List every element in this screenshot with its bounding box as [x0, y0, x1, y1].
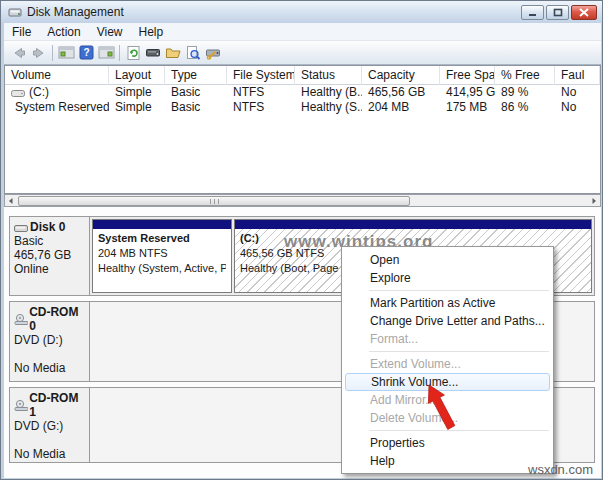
- partition-health: Healthy (System, Active, Prima: [98, 261, 226, 276]
- column-header-capacity[interactable]: Capacity: [362, 66, 440, 85]
- menu-item-change-drive-letter[interactable]: Change Drive Letter and Paths...: [342, 312, 553, 330]
- cdrom1-name: CD-ROM 1: [29, 391, 85, 419]
- column-header-fault-tolerance[interactable]: Faul: [555, 66, 600, 85]
- menu-item-extend-volume: Extend Volume...: [342, 355, 553, 373]
- fault-cell: No: [555, 85, 600, 100]
- file-system-cell: NTFS: [227, 100, 295, 115]
- minimize-button[interactable]: [521, 5, 544, 20]
- toolbar-separator: [119, 45, 120, 61]
- app-icon: [8, 5, 22, 19]
- cdrom0-media-status: No Media: [14, 361, 85, 375]
- menu-item-open[interactable]: Open: [342, 251, 553, 269]
- volume-name-cell: (C:): [5, 85, 109, 100]
- cdrom0-label[interactable]: CD-ROM 0 DVD (D:) No Media: [10, 302, 90, 381]
- disk0-name: Disk 0: [30, 220, 65, 234]
- cdrom1-label[interactable]: CD-ROM 1 DVD (G:) No Media: [10, 388, 90, 462]
- free-space-cell: 414,95 GB: [440, 85, 495, 100]
- menu-item-format: Format...: [342, 330, 553, 348]
- capacity-cell: 204 MB: [362, 100, 440, 115]
- menu-action[interactable]: Action: [39, 24, 88, 40]
- close-button[interactable]: [571, 5, 597, 20]
- column-header-status[interactable]: Status: [295, 66, 362, 85]
- type-cell: Basic: [165, 85, 227, 100]
- show-console-tree-icon[interactable]: [56, 44, 76, 62]
- cdrom0-drive-letter: DVD (D:): [14, 333, 85, 347]
- volume-row-c[interactable]: (C:) Simple Basic NTFS Healthy (B... 465…: [5, 85, 600, 100]
- disk0-label[interactable]: Disk 0 Basic 465,76 GB Online: [10, 217, 90, 295]
- watermark-wsxdn: wsxdn.com: [528, 462, 593, 477]
- menu-item-help[interactable]: Help: [342, 452, 553, 470]
- volume-list-pane: Volume Layout Type File System Status Ca…: [4, 65, 601, 194]
- partition-color-bar: [235, 220, 591, 229]
- column-header-file-system[interactable]: File System: [227, 66, 295, 85]
- disk-icon: [14, 222, 29, 233]
- menu-separator: [369, 430, 549, 431]
- cdrom0-name: CD-ROM 0: [29, 305, 85, 333]
- scroll-left-icon[interactable]: [5, 195, 17, 206]
- svg-text:?: ?: [83, 47, 89, 58]
- partition-name: System Reserved: [98, 231, 226, 246]
- status-cell: Healthy (B...: [295, 85, 362, 100]
- menu-separator: [369, 351, 549, 352]
- disk-management-icon[interactable]: [203, 44, 223, 62]
- scrollbar-thumb[interactable]: [18, 196, 410, 206]
- disk0-size: 465,76 GB: [14, 248, 85, 262]
- column-header-volume[interactable]: Volume: [5, 66, 109, 85]
- menu-view[interactable]: View: [89, 24, 131, 40]
- menu-help[interactable]: Help: [131, 24, 172, 40]
- cdrom1-media-status: No Media: [14, 447, 85, 461]
- help-icon[interactable]: ?: [76, 44, 96, 62]
- cdrom1-drive-letter: DVD (G:): [14, 419, 85, 433]
- pct-free-cell: 86 %: [495, 100, 555, 115]
- fault-cell: No: [555, 100, 600, 115]
- disk0-type: Basic: [14, 234, 85, 248]
- disk0-status: Online: [14, 262, 85, 276]
- window-title: Disk Management: [27, 5, 124, 19]
- cdrom-icon: [14, 313, 28, 325]
- disk-management-window: Disk Management File Action View Help: [0, 0, 603, 480]
- volume-row-system-reserved[interactable]: System Reserved Simple Basic NTFS Health…: [5, 100, 600, 115]
- toolbar-separator: [52, 45, 53, 61]
- menu-bar: File Action View Help: [4, 23, 601, 41]
- horizontal-scrollbar[interactable]: [4, 194, 601, 207]
- pct-free-cell: 89 %: [495, 85, 555, 100]
- drive-icon: [11, 88, 25, 98]
- partition-system-reserved[interactable]: System Reserved 204 MB NTFS Healthy (Sys…: [92, 219, 232, 293]
- toolbar: ?: [4, 41, 601, 65]
- scroll-right-icon[interactable]: [588, 195, 600, 206]
- partition-color-bar: [93, 220, 231, 229]
- file-system-cell: NTFS: [227, 85, 295, 100]
- context-menu: Open Explore Mark Partition as Active Ch…: [341, 246, 554, 474]
- volume-name: System Reserved: [15, 100, 109, 115]
- column-header-free-space[interactable]: Free Spa...: [440, 66, 495, 85]
- column-header-pct-free[interactable]: % Free: [495, 66, 555, 85]
- forward-icon[interactable]: [29, 44, 49, 62]
- show-action-pane-icon[interactable]: [96, 44, 116, 62]
- layout-cell: Simple: [109, 85, 165, 100]
- refresh-icon[interactable]: [123, 44, 143, 62]
- red-arrow-annotation: [411, 379, 459, 435]
- cdrom-icon: [14, 399, 28, 411]
- title-bar[interactable]: Disk Management: [1, 1, 602, 23]
- partition-size: 204 MB NTFS: [98, 246, 226, 261]
- type-cell: Basic: [165, 100, 227, 115]
- device-properties-icon[interactable]: [143, 44, 163, 62]
- capacity-cell: 465,56 GB: [362, 85, 440, 100]
- search-icon[interactable]: [183, 44, 203, 62]
- back-icon[interactable]: [9, 44, 29, 62]
- volume-name: (C:): [29, 85, 49, 100]
- layout-cell: Simple: [109, 100, 165, 115]
- menu-file[interactable]: File: [4, 24, 39, 40]
- open-folder-icon[interactable]: [163, 44, 183, 62]
- status-cell: Healthy (S...: [295, 100, 362, 115]
- maximize-button[interactable]: [546, 5, 569, 20]
- volume-name-cell: System Reserved: [5, 100, 109, 115]
- volume-list-header: Volume Layout Type File System Status Ca…: [5, 66, 600, 85]
- menu-item-mark-partition-active[interactable]: Mark Partition as Active: [342, 294, 553, 312]
- menu-item-explore[interactable]: Explore: [342, 269, 553, 287]
- free-space-cell: 175 MB: [440, 100, 495, 115]
- menu-separator: [369, 290, 549, 291]
- column-header-type[interactable]: Type: [165, 66, 227, 85]
- menu-item-properties[interactable]: Properties: [342, 434, 553, 452]
- column-header-layout[interactable]: Layout: [109, 66, 165, 85]
